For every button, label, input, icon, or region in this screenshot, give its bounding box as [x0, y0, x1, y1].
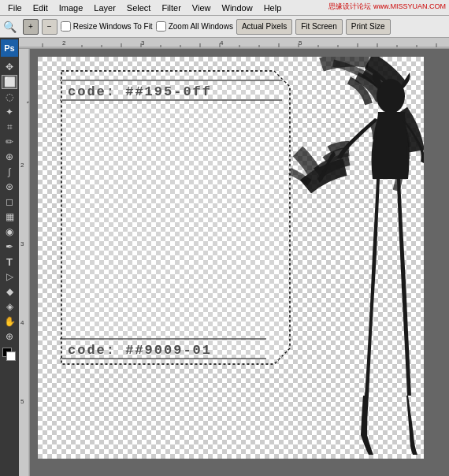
menu-edit[interactable]: Edit: [28, 2, 53, 14]
left-toolbar: Ps ✥ ⬜ ◌ ✦ ⌗ ✏ ⊕ ∫ ⊛ ◻ ▦ ◉ ✒ T ▷ ◆ ◈ ✋ ⊕: [0, 38, 19, 476]
svg-rect-26: [19, 49, 30, 476]
actual-pixels-btn[interactable]: Actual Pixels: [236, 19, 292, 35]
path-selection-tool[interactable]: ▷: [2, 270, 17, 284]
svg-text:code: ##195-0ff: code: ##195-0ff: [68, 84, 212, 99]
shape-tool[interactable]: ◆: [2, 284, 17, 299]
svg-text:3: 3: [141, 39, 145, 46]
svg-text:5: 5: [20, 398, 24, 405]
text-tool[interactable]: T: [2, 255, 17, 269]
brush-tool[interactable]: ∫: [2, 165, 17, 179]
crop-tool[interactable]: ⌗: [2, 120, 17, 134]
svg-text:code: ##9009-01: code: ##9009-01: [68, 343, 212, 358]
menu-filter[interactable]: Filter: [157, 2, 185, 14]
menu-view[interactable]: View: [187, 2, 216, 14]
menu-layer[interactable]: Layer: [89, 2, 121, 14]
zoom-out-btn[interactable]: −: [42, 19, 58, 35]
lasso-tool[interactable]: ◌: [2, 90, 17, 104]
menu-help[interactable]: Help: [259, 2, 287, 14]
resize-windows-checkbox[interactable]: Resize Windows To Fit: [61, 21, 153, 32]
zoom-tool-icon[interactable]: 🔍: [3, 20, 17, 33]
zoom-tool[interactable]: ⊕: [2, 329, 17, 344]
ruler-horizontal: 2 3 4 5: [19, 38, 449, 49]
canvas-content: code: ##195-0ff code: ##9009-01: [30, 49, 449, 476]
menu-select[interactable]: Select: [122, 2, 156, 14]
svg-marker-37: [61, 71, 290, 364]
main-area: Ps ✥ ⬜ ◌ ✦ ⌗ ✏ ⊕ ∫ ⊛ ◻ ▦ ◉ ✒ T ▷ ◆ ◈ ✋ ⊕: [0, 38, 449, 476]
menu-file[interactable]: File: [3, 2, 27, 14]
svg-rect-0: [19, 38, 449, 48]
move-tool[interactable]: ✥: [2, 60, 17, 74]
clone-stamp-tool[interactable]: ⊛: [2, 180, 17, 194]
canvas-area[interactable]: 2 3 4 5: [19, 38, 449, 476]
zoom-all-windows-checkbox[interactable]: Zoom All Windows: [156, 21, 233, 32]
svg-text:2: 2: [20, 162, 24, 169]
menu-bar: File Edit Image Layer Select Filter View…: [0, 0, 449, 16]
3d-tool[interactable]: ◈: [2, 299, 17, 314]
svg-text:4: 4: [220, 39, 224, 46]
ps-canvas: code: ##195-0ff code: ##9009-01: [38, 57, 424, 459]
pen-tool[interactable]: ✒: [2, 240, 17, 254]
zoom-in-btn[interactable]: +: [23, 19, 39, 35]
watermark: 思缘设计论坛 www.MISSYUAN.COM: [328, 2, 446, 12]
svg-text:4: 4: [20, 319, 24, 326]
hand-tool[interactable]: ✋: [2, 314, 17, 329]
menu-window[interactable]: Window: [217, 2, 258, 14]
ruler-vertical: 1 2 3 4 5: [19, 49, 30, 476]
eyedropper-tool[interactable]: ✏: [2, 135, 17, 149]
marquee-tool[interactable]: ⬜: [2, 75, 17, 89]
healing-tool[interactable]: ⊕: [2, 150, 17, 164]
eraser-tool[interactable]: ◻: [2, 195, 17, 209]
dodge-tool[interactable]: ◉: [2, 225, 17, 239]
gradient-tool[interactable]: ▦: [2, 210, 17, 224]
magic-wand-tool[interactable]: ✦: [2, 105, 17, 119]
svg-text:3: 3: [20, 240, 24, 247]
foreground-color[interactable]: [2, 348, 17, 362]
menu-image[interactable]: Image: [54, 2, 88, 14]
ps-logo: Ps: [1, 39, 18, 57]
options-toolbar: 🔍 + − Resize Windows To Fit Zoom All Win…: [0, 16, 449, 38]
svg-text:2: 2: [62, 39, 66, 46]
svg-text:5: 5: [299, 39, 302, 46]
print-size-btn[interactable]: Print Size: [346, 19, 391, 35]
fit-screen-btn[interactable]: Fit Screen: [295, 19, 343, 35]
